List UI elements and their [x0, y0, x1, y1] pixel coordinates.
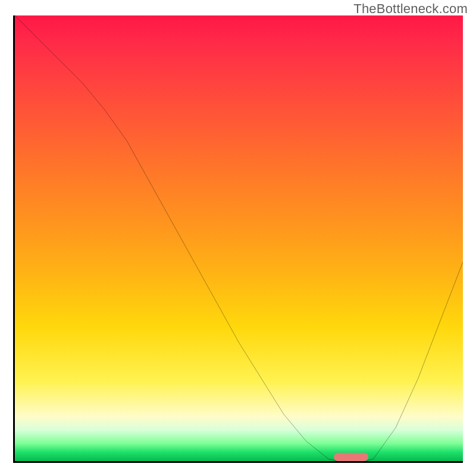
plot-area	[13, 15, 463, 463]
chart-container: TheBottleneck.com	[0, 0, 476, 476]
watermark-text: TheBottleneck.com	[353, 1, 468, 17]
optimum-marker	[334, 453, 368, 461]
bottleneck-curve	[15, 15, 463, 463]
